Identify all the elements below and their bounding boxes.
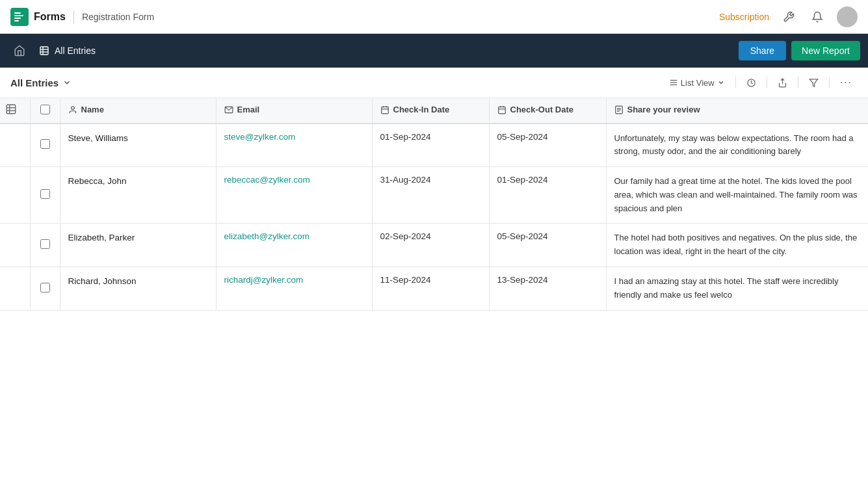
cell-email-1[interactable]: rebeccac@zylker.com bbox=[216, 167, 372, 224]
app-logo: Forms bbox=[10, 8, 66, 26]
filter-icon bbox=[809, 78, 819, 88]
cell-checkin-1: 31-Aug-2024 bbox=[372, 167, 489, 224]
toolbar: All Entries List View bbox=[0, 68, 868, 98]
tools-icon bbox=[783, 11, 795, 23]
all-entries-dropdown[interactable]: All Entries bbox=[10, 77, 72, 88]
table-body: Steve, Williams steve@zylker.com 01-Sep-… bbox=[0, 124, 868, 311]
expand-cell-2 bbox=[0, 224, 30, 267]
checkbox-cell-3[interactable] bbox=[30, 267, 60, 311]
cell-checkin-2: 02-Sep-2024 bbox=[372, 224, 489, 267]
subscription-link[interactable]: Subscription bbox=[719, 12, 769, 22]
svg-rect-21 bbox=[381, 107, 388, 114]
all-entries-nav-label: All Entries bbox=[55, 46, 96, 56]
export-icon bbox=[778, 78, 787, 88]
nav-divider bbox=[73, 10, 74, 23]
entries-table-container: Name Email bbox=[0, 98, 868, 311]
list-view-icon bbox=[669, 78, 678, 87]
cell-checkout-2: 05-Sep-2024 bbox=[489, 224, 606, 267]
home-button[interactable] bbox=[8, 39, 31, 62]
calendar-checkout-icon bbox=[497, 105, 506, 114]
new-report-button[interactable]: New Report bbox=[791, 41, 860, 60]
toolbar-divider-2 bbox=[767, 77, 767, 88]
expand-cell-1 bbox=[0, 167, 30, 224]
th-review: Share your review bbox=[606, 98, 868, 124]
cell-name-2: Elizabeth, Parker bbox=[60, 224, 216, 267]
th-email: Email bbox=[216, 98, 372, 124]
bell-icon-button[interactable] bbox=[808, 8, 826, 26]
forms-logo-icon bbox=[10, 8, 29, 26]
th-checkbox[interactable] bbox=[30, 98, 60, 124]
email-icon bbox=[224, 105, 233, 114]
toolbar-divider-1 bbox=[735, 77, 736, 88]
table-header-row: Name Email bbox=[0, 98, 868, 124]
row-checkbox-3[interactable] bbox=[40, 283, 50, 292]
tools-icon-button[interactable] bbox=[780, 8, 798, 26]
home-icon bbox=[14, 45, 25, 57]
select-all-checkbox[interactable] bbox=[40, 105, 50, 114]
entries-table: Name Email bbox=[0, 98, 868, 311]
th-name-label: Name bbox=[81, 105, 104, 114]
checkbox-cell-2[interactable] bbox=[30, 224, 60, 267]
th-checkout-label: Check-Out Date bbox=[510, 105, 574, 114]
top-nav-right: Subscription bbox=[719, 6, 858, 27]
filter-button[interactable] bbox=[804, 75, 824, 90]
person-icon bbox=[68, 105, 77, 114]
cell-name-1: Rebecca, John bbox=[60, 167, 216, 224]
history-button[interactable] bbox=[741, 75, 761, 90]
th-checkout: Check-Out Date bbox=[489, 98, 606, 124]
svg-rect-15 bbox=[7, 105, 16, 114]
svg-rect-4 bbox=[14, 20, 19, 21]
calendar-checkin-icon bbox=[380, 105, 389, 114]
svg-rect-5 bbox=[40, 47, 48, 55]
secondary-nav: All Entries Share New Report bbox=[0, 34, 868, 68]
entries-icon bbox=[39, 46, 49, 56]
cell-checkout-1: 01-Sep-2024 bbox=[489, 167, 606, 224]
svg-rect-25 bbox=[498, 107, 505, 114]
breadcrumb: Registration Form bbox=[82, 12, 154, 22]
svg-rect-3 bbox=[14, 18, 21, 19]
checkbox-cell-0[interactable] bbox=[30, 124, 60, 167]
row-checkbox-2[interactable] bbox=[40, 239, 50, 249]
more-options-button[interactable]: ··· bbox=[835, 74, 858, 91]
cell-review-3: I had an amazing stay at this hotel. The… bbox=[606, 267, 868, 311]
checkbox-cell-1[interactable] bbox=[30, 167, 60, 224]
th-checkin: Check-In Date bbox=[372, 98, 489, 124]
doc-icon bbox=[614, 105, 624, 114]
top-nav: Forms Registration Form Subscription bbox=[0, 0, 868, 34]
toolbar-right: List View ··· bbox=[664, 74, 858, 91]
cell-name-0: Steve, Williams bbox=[60, 124, 216, 167]
cell-checkout-3: 13-Sep-2024 bbox=[489, 267, 606, 311]
row-checkbox-1[interactable] bbox=[40, 189, 50, 199]
th-review-label: Share your review bbox=[627, 105, 700, 114]
row-checkbox-0[interactable] bbox=[40, 139, 50, 149]
cell-review-2: The hotel had both positives and negativ… bbox=[606, 224, 868, 267]
export-button[interactable] bbox=[772, 75, 793, 90]
svg-marker-14 bbox=[809, 79, 818, 86]
cell-review-1: Our family had a great time at the hotel… bbox=[606, 167, 868, 224]
cell-review-0: Unfortunately, my stay was below expecta… bbox=[606, 124, 868, 167]
table-row: Elizabeth, Parker elizabeth@zylker.com 0… bbox=[0, 224, 868, 267]
chevron-down-icon bbox=[62, 78, 72, 87]
cell-email-3[interactable]: richardj@zylker.com bbox=[216, 267, 372, 311]
th-email-label: Email bbox=[237, 105, 260, 114]
share-button[interactable]: Share bbox=[739, 41, 786, 60]
cell-email-0[interactable]: steve@zylker.com bbox=[216, 124, 372, 167]
cell-checkout-0: 05-Sep-2024 bbox=[489, 124, 606, 167]
table-row: Steve, Williams steve@zylker.com 01-Sep-… bbox=[0, 124, 868, 167]
all-entries-nav-button[interactable]: All Entries bbox=[31, 42, 103, 60]
cell-checkin-0: 01-Sep-2024 bbox=[372, 124, 489, 167]
th-name: Name bbox=[60, 98, 216, 124]
toolbar-divider-3 bbox=[798, 77, 798, 88]
more-options-icon: ··· bbox=[840, 77, 852, 88]
list-view-button[interactable]: List View bbox=[664, 75, 730, 90]
avatar[interactable] bbox=[837, 6, 858, 27]
cell-email-2[interactable]: elizabeth@zylker.com bbox=[216, 224, 372, 267]
history-icon bbox=[746, 78, 756, 88]
list-view-label: List View bbox=[681, 78, 715, 88]
all-entries-toolbar-label: All Entries bbox=[10, 77, 59, 88]
cell-checkin-3: 11-Sep-2024 bbox=[372, 267, 489, 311]
cell-name-3: Richard, Johnson bbox=[60, 267, 216, 311]
list-view-chevron-icon bbox=[717, 79, 725, 86]
secondary-nav-right: Share New Report bbox=[739, 41, 860, 60]
svg-point-19 bbox=[71, 106, 74, 109]
